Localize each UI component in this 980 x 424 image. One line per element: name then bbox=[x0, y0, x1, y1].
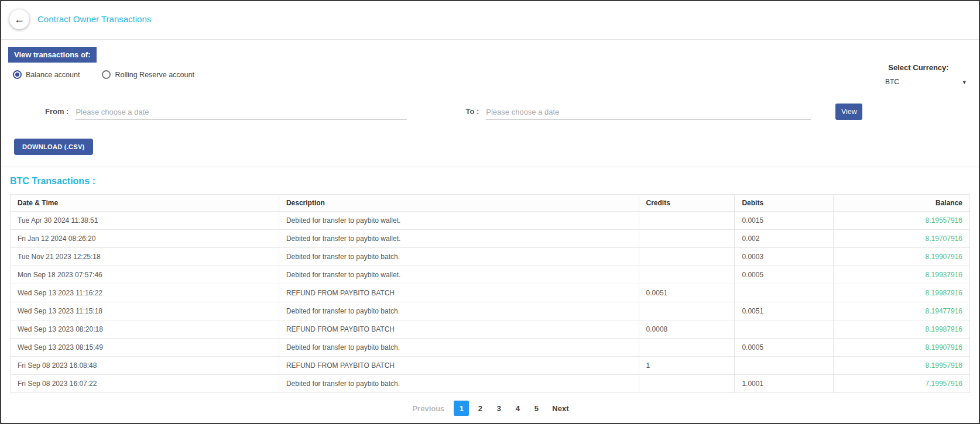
column-header-balance: Balance bbox=[834, 195, 970, 212]
cell-debits: 0.0005 bbox=[735, 266, 834, 284]
cell-credits bbox=[639, 230, 735, 248]
cell-description: REFUND FROM PAYBITO BATCH bbox=[279, 320, 639, 339]
table-row: Fri Sep 08 2023 16:07:22Debited for tran… bbox=[11, 375, 970, 393]
currency-selector-block: Select Currency: BTC ▾ bbox=[834, 63, 968, 86]
btc-transactions-heading: BTC Transactions : bbox=[10, 176, 970, 187]
view-button[interactable]: View bbox=[835, 104, 862, 120]
cell-balance: 8.19957916 bbox=[834, 357, 970, 375]
cell-datetime: Wed Sep 13 2023 08:20:18 bbox=[11, 320, 279, 339]
cell-credits bbox=[639, 339, 735, 357]
cell-description: Debited for transfer to paybito wallet. bbox=[279, 230, 639, 248]
cell-balance: 8.19987916 bbox=[834, 320, 970, 339]
table-row: Mon Sep 18 2023 07:57:46Debited for tran… bbox=[11, 266, 970, 284]
cell-balance: 8.19707916 bbox=[834, 230, 970, 248]
column-header-description: Description bbox=[279, 195, 639, 212]
cell-description: Debited for transfer to paybito batch. bbox=[279, 248, 639, 266]
cell-balance: 7.19957916 bbox=[834, 375, 970, 393]
column-header-datetime: Date & Time bbox=[11, 195, 279, 212]
section-divider bbox=[1, 167, 979, 167]
arrow-left-icon: ← bbox=[14, 13, 25, 26]
cell-debits: 0.0003 bbox=[735, 248, 834, 266]
cell-description: Debited for transfer to paybito batch. bbox=[279, 339, 639, 357]
to-date-input[interactable] bbox=[486, 105, 811, 120]
radio-label: Rolling Reserve account bbox=[115, 71, 194, 79]
radio-label: Balance account bbox=[26, 71, 80, 79]
page-header: ← Contract Owner Transactions bbox=[1, 1, 979, 40]
cell-credits: 0.0008 bbox=[639, 320, 735, 339]
transactions-table-section: BTC Transactions : Date & Time Descripti… bbox=[1, 176, 979, 416]
cell-credits bbox=[639, 375, 735, 393]
date-range-row: From : To : View bbox=[45, 104, 979, 120]
cell-description: REFUND FROM PAYBITO BATCH bbox=[279, 284, 639, 302]
radio-balance-account[interactable]: Balance account bbox=[13, 70, 80, 79]
transactions-table: Date & Time Description Credits Debits B… bbox=[10, 194, 970, 393]
pagination: Previous 12345 Next bbox=[10, 401, 970, 416]
chevron-down-icon: ▾ bbox=[962, 78, 968, 86]
cell-balance: 8.19907916 bbox=[834, 339, 970, 357]
cell-datetime: Fri Sep 08 2023 16:07:22 bbox=[11, 375, 279, 393]
cell-debits: 1.0001 bbox=[735, 375, 834, 393]
cell-credits bbox=[639, 212, 735, 230]
cell-debits: 0.0005 bbox=[735, 339, 834, 357]
cell-datetime: Wed Sep 13 2023 11:16:22 bbox=[11, 284, 279, 302]
cell-description: Debited for transfer to paybito batch. bbox=[279, 375, 639, 393]
table-row: Wed Sep 13 2023 08:15:49Debited for tran… bbox=[11, 339, 970, 357]
currency-select[interactable]: BTC ▾ bbox=[834, 78, 968, 86]
to-label: To : bbox=[465, 107, 479, 120]
currency-selected-value: BTC bbox=[834, 78, 899, 86]
cell-credits bbox=[639, 248, 735, 266]
cell-datetime: Wed Sep 13 2023 11:15:18 bbox=[11, 302, 279, 320]
view-transactions-of-label: View transactions of: bbox=[8, 47, 97, 63]
cell-credits: 1 bbox=[639, 357, 735, 375]
table-row: Wed Sep 13 2023 11:16:22REFUND FROM PAYB… bbox=[11, 284, 970, 302]
back-button[interactable]: ← bbox=[9, 9, 29, 29]
cell-credits bbox=[639, 302, 735, 320]
cell-datetime: Mon Sep 18 2023 07:57:46 bbox=[11, 266, 279, 284]
cell-debits bbox=[735, 320, 834, 339]
cell-description: Debited for transfer to paybito wallet. bbox=[279, 266, 639, 284]
table-row: Fri Sep 08 2023 16:08:48REFUND FROM PAYB… bbox=[11, 357, 970, 375]
cell-balance: 8.19907916 bbox=[834, 248, 970, 266]
filter-section: View transactions of: Balance accountRol… bbox=[1, 40, 979, 167]
radio-circle-icon bbox=[13, 70, 22, 79]
pagination-page-4[interactable]: 4 bbox=[510, 401, 525, 416]
pagination-previous[interactable]: Previous bbox=[406, 404, 450, 413]
page-title: Contract Owner Transactions bbox=[37, 14, 151, 24]
pagination-next[interactable]: Next bbox=[547, 404, 573, 413]
column-header-debits: Debits bbox=[735, 195, 834, 212]
pagination-page-5[interactable]: 5 bbox=[529, 401, 544, 416]
table-row: Wed Sep 13 2023 11:15:18Debited for tran… bbox=[11, 302, 970, 320]
cell-datetime: Fri Sep 08 2023 16:08:48 bbox=[11, 357, 279, 375]
table-row: Fri Jan 12 2024 08:26:20Debited for tran… bbox=[11, 230, 970, 248]
cell-debits: 0.0051 bbox=[735, 302, 834, 320]
table-row: Wed Sep 13 2023 08:20:18REFUND FROM PAYB… bbox=[11, 320, 970, 339]
cell-datetime: Tue Apr 30 2024 11:38:51 bbox=[11, 212, 279, 230]
from-date-input[interactable] bbox=[76, 105, 407, 120]
cell-credits bbox=[639, 266, 735, 284]
table-row: Tue Nov 21 2023 12:25:18Debited for tran… bbox=[11, 248, 970, 266]
from-label: From : bbox=[45, 107, 68, 120]
pagination-page-1[interactable]: 1 bbox=[454, 401, 469, 416]
cell-description: Debited for transfer to paybito wallet. bbox=[279, 212, 639, 230]
cell-debits bbox=[735, 357, 834, 375]
transactions-table-body: Tue Apr 30 2024 11:38:51Debited for tran… bbox=[11, 212, 970, 393]
cell-balance: 8.19987916 bbox=[834, 284, 970, 302]
cell-balance: 8.19937916 bbox=[834, 266, 970, 284]
cell-debits bbox=[735, 284, 834, 302]
table-row: Tue Apr 30 2024 11:38:51Debited for tran… bbox=[11, 212, 970, 230]
pagination-page-3[interactable]: 3 bbox=[491, 401, 506, 416]
radio-rolling-reserve-account[interactable]: Rolling Reserve account bbox=[102, 70, 194, 79]
cell-credits: 0.0051 bbox=[639, 284, 735, 302]
cell-description: REFUND FROM PAYBITO BATCH bbox=[279, 357, 639, 375]
cell-debits: 0.002 bbox=[735, 230, 834, 248]
cell-debits: 0.0015 bbox=[735, 212, 834, 230]
download-csv-button[interactable]: DOWNLOAD (.CSV) bbox=[14, 139, 93, 155]
cell-datetime: Wed Sep 13 2023 08:15:49 bbox=[11, 339, 279, 357]
radio-circle-icon bbox=[102, 70, 111, 79]
table-header-row: Date & Time Description Credits Debits B… bbox=[11, 195, 970, 212]
cell-datetime: Fri Jan 12 2024 08:26:20 bbox=[11, 230, 279, 248]
contract-owner-transactions-page: ← Contract Owner Transactions View trans… bbox=[0, 0, 980, 424]
pagination-page-2[interactable]: 2 bbox=[472, 401, 488, 416]
cell-balance: 8.19477916 bbox=[834, 302, 970, 320]
cell-datetime: Tue Nov 21 2023 12:25:18 bbox=[11, 248, 279, 266]
